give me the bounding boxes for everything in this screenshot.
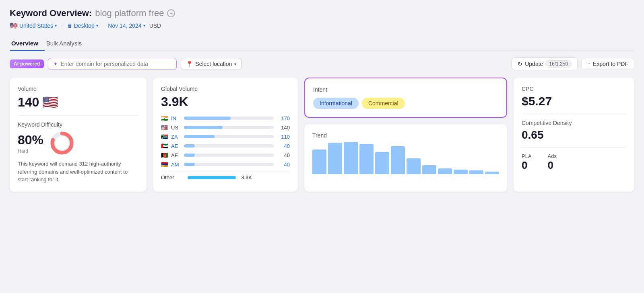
cards-grid: Volume 140 🇺🇸 Keyword Difficulty 80% Har… bbox=[10, 78, 634, 192]
device-chevron-icon: ▾ bbox=[96, 23, 98, 28]
list-item: 🇦🇫 AF 40 bbox=[161, 152, 290, 158]
country-flag: 🇺🇸 bbox=[161, 124, 168, 131]
global-volume-label: Global Volume bbox=[161, 86, 290, 92]
country-bar-bg bbox=[184, 163, 274, 166]
location-selector[interactable]: 🇺🇸 United States ▾ bbox=[10, 22, 57, 29]
country-value: 40 bbox=[277, 143, 290, 149]
trend-bar bbox=[359, 144, 374, 174]
country-value: 170 bbox=[277, 115, 290, 121]
location-select-dropdown[interactable]: 📍 Select location ▾ bbox=[181, 58, 242, 70]
svg-point-2 bbox=[55, 136, 69, 150]
tab-overview[interactable]: Overview bbox=[10, 36, 45, 51]
date-label: Nov 14, 2024 bbox=[108, 23, 141, 29]
country-code: ZA bbox=[171, 134, 181, 140]
ads-label: Ads bbox=[548, 153, 557, 159]
country-bar-fill bbox=[184, 163, 195, 166]
toolbar: AI-powered ✦ 📍 Select location ▾ ↻ Updat… bbox=[10, 57, 634, 70]
volume-label: Volume bbox=[18, 86, 138, 92]
export-pdf-button[interactable]: ↑ Export to PDF bbox=[582, 58, 634, 70]
cpc-label: CPC bbox=[522, 86, 626, 92]
difficulty-description: This keyword will demand 312 high-author… bbox=[18, 160, 138, 184]
country-flag: 🇦🇪 bbox=[161, 143, 168, 149]
list-item: 🇿🇦 ZA 110 bbox=[161, 133, 290, 140]
update-button[interactable]: ↻ Update 16/1,250 bbox=[512, 57, 578, 70]
location-chevron-icon: ▾ bbox=[55, 23, 57, 28]
currency-label: USD bbox=[149, 23, 161, 29]
country-flag: 🇮🇳 bbox=[161, 115, 168, 121]
pin-icon: 📍 bbox=[186, 61, 193, 67]
trend-bar bbox=[391, 146, 405, 174]
intent-badges: Informational Commercial bbox=[313, 98, 498, 109]
title-row: Keyword Overview: blog platform free + bbox=[10, 8, 634, 18]
domain-input-wrapper[interactable]: ✦ bbox=[48, 58, 177, 70]
page-title-keyword: Keyword Overview: bbox=[10, 8, 92, 18]
country-flag: 🇦🇫 bbox=[161, 152, 168, 158]
comp-density-label: Competitive Density bbox=[522, 120, 626, 126]
comp-density-value: 0.65 bbox=[522, 129, 626, 141]
country-value: 140 bbox=[277, 125, 290, 131]
country-bar-bg bbox=[184, 144, 274, 148]
other-value: 3.3K bbox=[239, 174, 252, 180]
other-bar bbox=[188, 176, 236, 179]
badge-informational: Informational bbox=[313, 98, 359, 109]
location-select-label: Select location bbox=[195, 61, 232, 67]
device-icon: 🖥 bbox=[67, 23, 72, 29]
difficulty-sublabel: Hard bbox=[18, 148, 43, 154]
pla-ads-row: PLA 0 Ads 0 bbox=[522, 153, 626, 172]
country-code: AF bbox=[171, 152, 181, 158]
trend-bar bbox=[328, 143, 342, 174]
update-label: Update bbox=[525, 61, 543, 67]
device-selector[interactable]: 🖥 Desktop ▾ bbox=[67, 23, 98, 29]
update-count-badge: 16/1,250 bbox=[545, 60, 572, 68]
date-selector[interactable]: Nov 14, 2024 ▾ bbox=[108, 23, 145, 29]
other-label: Other bbox=[161, 174, 184, 180]
location-label: United States bbox=[19, 23, 53, 29]
tabs-row: Overview Bulk Analysis bbox=[10, 36, 634, 51]
us-flag: 🇺🇸 bbox=[10, 22, 18, 29]
cpc-value: $5.27 bbox=[522, 94, 626, 108]
add-keyword-icon[interactable]: + bbox=[167, 9, 175, 17]
trend-bar bbox=[407, 158, 421, 174]
trend-bar bbox=[454, 170, 468, 174]
date-chevron-icon: ▾ bbox=[143, 23, 145, 28]
intent-card: Intent Informational Commercial bbox=[304, 78, 507, 118]
intent-trend-col: Intent Informational Commercial Trend bbox=[304, 78, 507, 192]
volume-card: Volume 140 🇺🇸 Keyword Difficulty 80% Har… bbox=[10, 78, 147, 192]
country-bar-fill bbox=[184, 117, 231, 120]
trend-label: Trend bbox=[312, 132, 499, 139]
country-value: 40 bbox=[277, 162, 290, 168]
pla-value: 0 bbox=[522, 159, 532, 172]
tab-bulk-analysis[interactable]: Bulk Analysis bbox=[45, 36, 88, 51]
domain-input[interactable] bbox=[60, 61, 171, 67]
trend-card: Trend bbox=[304, 124, 507, 192]
sparkle-icon: ✦ bbox=[53, 61, 58, 67]
ads-value: 0 bbox=[548, 159, 557, 172]
country-bar-fill bbox=[184, 126, 223, 129]
country-code: AM bbox=[171, 162, 181, 168]
volume-flag: 🇺🇸 bbox=[42, 94, 58, 110]
trend-bar bbox=[485, 172, 499, 174]
pla-label: PLA bbox=[522, 153, 532, 159]
country-bar-fill bbox=[184, 135, 215, 138]
pla-item: PLA 0 bbox=[522, 153, 532, 172]
trend-bar bbox=[312, 150, 326, 174]
page-header: Keyword Overview: blog platform free + 🇺… bbox=[10, 8, 634, 29]
difficulty-donut-chart bbox=[49, 130, 75, 156]
volume-value: 140 🇺🇸 bbox=[18, 94, 138, 110]
list-item: 🇦🇪 AE 40 bbox=[161, 143, 290, 149]
trend-bar bbox=[422, 165, 436, 174]
ai-powered-badge: AI-powered bbox=[10, 59, 44, 68]
location-select-chevron-icon: ▾ bbox=[234, 62, 236, 66]
trend-bar bbox=[469, 170, 483, 174]
list-item: 🇺🇸 US 140 bbox=[161, 124, 290, 131]
country-value: 40 bbox=[277, 152, 290, 158]
meta-row: 🇺🇸 United States ▾ · 🖥 Desktop ▾ · Nov 1… bbox=[10, 22, 634, 29]
trend-bar bbox=[344, 142, 358, 174]
country-bar-fill bbox=[184, 144, 195, 148]
ads-item: Ads 0 bbox=[548, 153, 557, 172]
badge-commercial: Commercial bbox=[362, 98, 405, 109]
country-flag: 🇦🇲 bbox=[161, 161, 168, 168]
country-flag: 🇿🇦 bbox=[161, 133, 168, 140]
list-item: 🇦🇲 AM 40 bbox=[161, 161, 290, 168]
intent-label: Intent bbox=[313, 86, 498, 93]
